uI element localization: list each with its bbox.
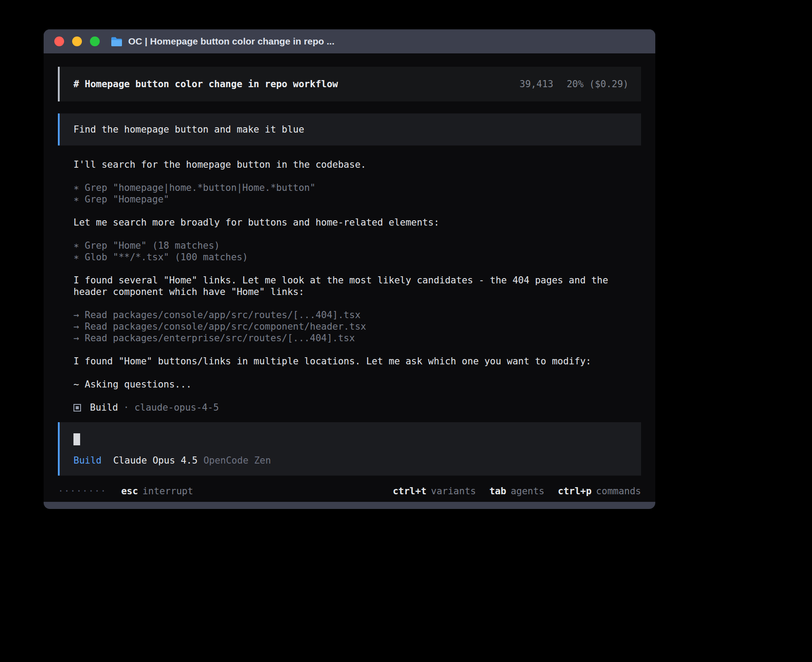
window-title: OC | Homepage button color change in rep… — [128, 36, 334, 47]
status-left: ········ esc interrupt — [58, 485, 193, 497]
hint-commands: ctrl+p commands — [558, 485, 641, 497]
user-message: Find the homepage button and make it blu… — [58, 113, 641, 145]
terminal-window: OC | Homepage button color change in rep… — [44, 29, 655, 509]
session-stats: 39,413 20% ($0.29) — [520, 78, 629, 90]
assistant-text: Let me search more broadly for buttons a… — [73, 217, 641, 228]
hint-agents: tab agents — [489, 485, 544, 497]
agent-name: Build — [90, 402, 118, 413]
tool-call-read: → Read packages/enterprise/src/routes/[.… — [73, 332, 641, 344]
tool-call-read: → Read packages/console/app/src/componen… — [73, 321, 641, 332]
user-message-text: Find the homepage button and make it blu… — [73, 124, 304, 135]
status-bar: ········ esc interrupt ctrl+t variants t… — [58, 485, 641, 497]
hint-interrupt: esc interrupt — [121, 485, 193, 497]
variants-label: variants — [431, 485, 476, 497]
agents-label: agents — [511, 485, 544, 497]
session-header: # Homepage button color change in repo w… — [58, 67, 641, 101]
assistant-text: I found "Home" buttons/links in multiple… — [73, 355, 641, 367]
assistant-text: I'll search for the homepage button in t… — [73, 159, 641, 170]
hint-variants: ctrl+t variants — [393, 485, 476, 497]
ctrl-t-key-label: ctrl+t — [393, 485, 426, 497]
agent-status-icon — [73, 404, 81, 412]
ctrl-p-key-label: ctrl+p — [558, 485, 592, 497]
close-button[interactable] — [54, 36, 64, 46]
conversation-transcript: I'll search for the homepage button in t… — [73, 159, 641, 413]
provider-indicator: OpenCode Zen — [203, 455, 271, 466]
status-asking-questions: ~ Asking questions... — [73, 379, 641, 390]
window-titlebar[interactable]: OC | Homepage button color change in rep… — [44, 29, 655, 53]
assistant-text: I found several "Home" links. Let me loo… — [73, 274, 641, 298]
tool-call-grep: ∗ Grep "homepage|home.*button|Home.*butt… — [73, 182, 641, 194]
input-meta-row: Build Claude Opus 4.5 OpenCode Zen — [73, 455, 627, 466]
tool-call-group: → Read packages/console/app/src/routes/[… — [73, 309, 641, 344]
agent-info-line: Build · claude-opus-4-5 — [73, 402, 641, 413]
model-indicator[interactable]: Claude Opus 4.5 — [113, 455, 198, 466]
commands-label: commands — [596, 485, 641, 497]
minimize-button[interactable] — [72, 36, 82, 46]
mode-indicator[interactable]: Build — [73, 455, 102, 466]
token-count: 39,413 — [520, 78, 553, 90]
tool-call-group: ∗ Grep "homepage|home.*button|Home.*butt… — [73, 182, 641, 205]
folder-icon — [110, 36, 123, 47]
text-cursor — [73, 433, 80, 445]
tool-call-read: → Read packages/console/app/src/routes/[… — [73, 309, 641, 321]
tool-call-glob: ∗ Glob "**/*.tsx" (100 matches) — [73, 251, 641, 263]
esc-key-label: esc — [121, 485, 138, 497]
esc-action-label: interrupt — [142, 485, 193, 497]
zoom-button[interactable] — [90, 36, 100, 46]
terminal-content: # Homepage button color change in repo w… — [44, 53, 655, 502]
prompt-input[interactable]: Build Claude Opus 4.5 OpenCode Zen — [58, 422, 641, 476]
tool-call-grep: ∗ Grep "Homepage" — [73, 194, 641, 205]
tool-call-grep: ∗ Grep "Home" (18 matches) — [73, 240, 641, 251]
separator-dot: · — [123, 402, 129, 413]
session-title: # Homepage button color change in repo w… — [73, 78, 338, 90]
context-usage: 20% ($0.29) — [567, 78, 629, 90]
titlebar-proxy: OC | Homepage button color change in rep… — [110, 36, 334, 47]
status-right: ctrl+t variants tab agents ctrl+p comman… — [393, 485, 641, 497]
traffic-lights — [54, 36, 100, 46]
tool-call-group: ∗ Grep "Home" (18 matches) ∗ Glob "**/*.… — [73, 240, 641, 263]
spinner-dots-icon: ········ — [58, 485, 106, 497]
agent-model: claude-opus-4-5 — [134, 402, 219, 413]
tab-key-label: tab — [489, 485, 506, 497]
